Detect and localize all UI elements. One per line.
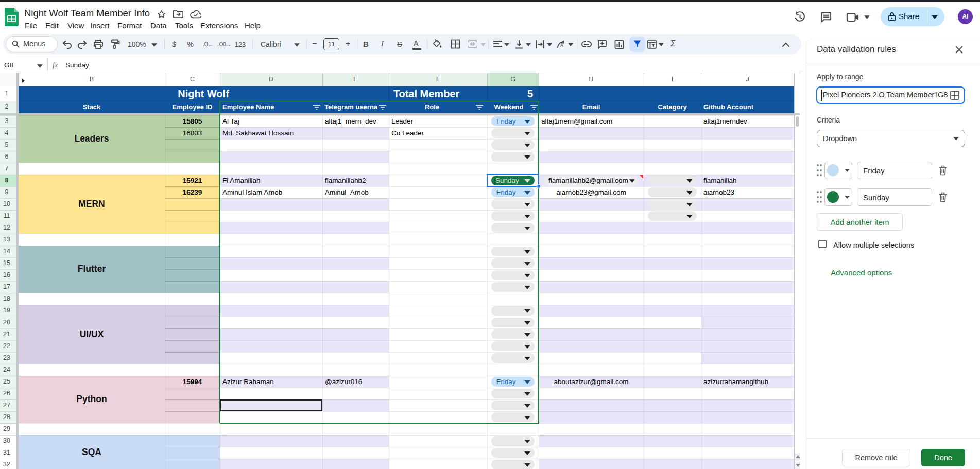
svg-text:A: A	[560, 43, 563, 48]
